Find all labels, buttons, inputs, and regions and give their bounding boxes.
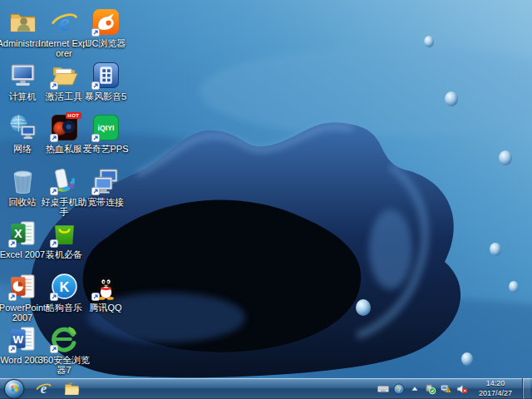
network-warning-icon[interactable] bbox=[440, 382, 453, 396]
help-question-icon[interactable]: ? bbox=[392, 382, 406, 396]
user-folder-icon bbox=[9, 8, 37, 36]
shortcut-arrow-icon bbox=[91, 293, 100, 301]
svg-text:W: W bbox=[12, 333, 23, 346]
game-icon: HOT bbox=[51, 114, 78, 141]
software-bag-icon bbox=[51, 219, 78, 247]
volume-muted-icon[interactable] bbox=[456, 382, 469, 396]
broadband-connection-icon bbox=[92, 167, 120, 195]
shortcut-arrow-icon bbox=[91, 187, 100, 195]
desktop-icon-label: 暴风影音5 bbox=[79, 91, 132, 101]
desktop-icon-label: 360安全浏览器7 bbox=[37, 355, 91, 376]
kugou-music-icon: K bbox=[51, 273, 78, 300]
open-folder-icon bbox=[51, 62, 78, 89]
system-tray: ? 14:20 2017/4/27 bbox=[377, 378, 532, 399]
start-button[interactable] bbox=[4, 379, 24, 399]
desktop-icon-qq[interactable]: 腾讯QQ bbox=[85, 273, 126, 326]
desktop-icon-broadband[interactable]: 宽带连接 bbox=[85, 167, 126, 220]
svg-text:e: e bbox=[40, 381, 46, 397]
network-globe-icon bbox=[9, 114, 37, 141]
shortcut-arrow-icon bbox=[50, 239, 58, 248]
clock-date: 2017/4/27 bbox=[474, 389, 517, 398]
phone-assistant-icon bbox=[51, 167, 78, 195]
svg-text:X: X bbox=[14, 227, 22, 240]
desktop-icon-label: UC浏览器 bbox=[79, 38, 132, 48]
uc-browser-icon bbox=[92, 8, 120, 36]
clock-time: 14:20 bbox=[474, 379, 517, 388]
taskbar-clock[interactable]: 14:20 2017/4/27 bbox=[474, 379, 517, 398]
shortcut-arrow-icon bbox=[8, 239, 17, 248]
desktop-icon-computer[interactable]: 计算机 bbox=[2, 62, 43, 115]
shortcut-arrow-icon bbox=[91, 134, 100, 142]
desktop-icon-network[interactable]: 网络 bbox=[2, 114, 43, 167]
svg-text:iQIYI: iQIYI bbox=[97, 124, 114, 132]
baofeng-player-icon bbox=[92, 62, 120, 89]
svg-text:K: K bbox=[59, 278, 69, 293]
desktop-icon-phone-assistant[interactable]: 好桌手机助手 bbox=[43, 167, 85, 220]
desktop-icon-label: 爱奇艺PPS bbox=[79, 144, 132, 154]
desktop-icon-powerpoint[interactable]: PowerPoint 2007 bbox=[2, 273, 43, 326]
shortcut-arrow-icon bbox=[50, 134, 58, 142]
svg-text:e: e bbox=[59, 9, 70, 36]
360-browser-icon bbox=[51, 325, 78, 352]
shortcut-arrow-icon bbox=[91, 81, 100, 90]
show-hidden-icons-chevron[interactable] bbox=[408, 382, 421, 396]
keyboard-input-icon[interactable] bbox=[377, 382, 390, 396]
empty-grid-cell bbox=[85, 219, 126, 273]
desktop-icon-excel[interactable]: X Excel 2007 bbox=[2, 219, 43, 273]
powerpoint-icon bbox=[9, 273, 37, 300]
desktop-icon-kugou[interactable]: K 酷狗音乐 bbox=[43, 273, 85, 326]
desktop-icon-game[interactable]: HOT 热血私服 bbox=[43, 114, 85, 167]
taskbar: e ? 14:20 bbox=[0, 378, 532, 399]
show-desktop-button[interactable] bbox=[522, 378, 530, 399]
desktop-icon-label: 腾讯QQ bbox=[79, 303, 132, 313]
shortcut-arrow-icon bbox=[50, 187, 58, 195]
desktop-icon-uc-browser[interactable]: UC浏览器 bbox=[85, 8, 126, 62]
desktop-icon-360-browser[interactable]: 360安全浏览器7 bbox=[43, 325, 85, 378]
desktop-icon-baofeng-player[interactable]: 暴风影音5 bbox=[85, 62, 126, 115]
shortcut-arrow-icon bbox=[8, 293, 17, 301]
hot-badge: HOT bbox=[66, 112, 81, 119]
desktop-icon-label: 宽带连接 bbox=[79, 197, 132, 207]
shortcut-arrow-icon bbox=[50, 345, 58, 353]
windows-explorer-taskbar-icon[interactable] bbox=[57, 378, 86, 399]
internet-explorer-icon: e bbox=[51, 8, 78, 36]
desktop-icon-internet-explorer[interactable]: e Internet Explorer bbox=[43, 8, 85, 62]
desktop-icon-activation-tool[interactable]: 激活工具 bbox=[43, 62, 85, 115]
qq-penguin-icon bbox=[92, 273, 120, 300]
shortcut-arrow-icon bbox=[50, 81, 58, 90]
shortcut-arrow-icon bbox=[91, 28, 100, 37]
svg-text:?: ? bbox=[397, 384, 401, 392]
shortcut-arrow-icon bbox=[8, 345, 17, 353]
shortcut-arrow-icon bbox=[50, 293, 58, 301]
windows-logo-icon bbox=[8, 382, 21, 395]
computer-icon bbox=[9, 62, 37, 89]
desktop-icon-grid: Administra... e Internet Explorer UC浏览器 bbox=[2, 8, 126, 378]
excel-icon: X bbox=[9, 219, 37, 247]
desktop-wallpaper[interactable]: Administra... e Internet Explorer UC浏览器 bbox=[0, 0, 532, 378]
desktop-icon-software-bag[interactable]: 装机必备 bbox=[43, 219, 85, 273]
device-ready-icon[interactable] bbox=[424, 382, 437, 396]
windows7-desktop-screen: Administra... e Internet Explorer UC浏览器 bbox=[0, 0, 532, 399]
internet-explorer-taskbar-icon[interactable]: e bbox=[29, 378, 57, 399]
desktop-icon-iqiyi[interactable]: iQIYI 爱奇艺PPS bbox=[85, 114, 126, 167]
iqiyi-icon: iQIYI bbox=[92, 114, 120, 141]
recycle-bin-icon bbox=[9, 167, 37, 195]
word-icon: W bbox=[9, 325, 37, 352]
desktop-icon-label: 装机必备 bbox=[37, 249, 91, 259]
